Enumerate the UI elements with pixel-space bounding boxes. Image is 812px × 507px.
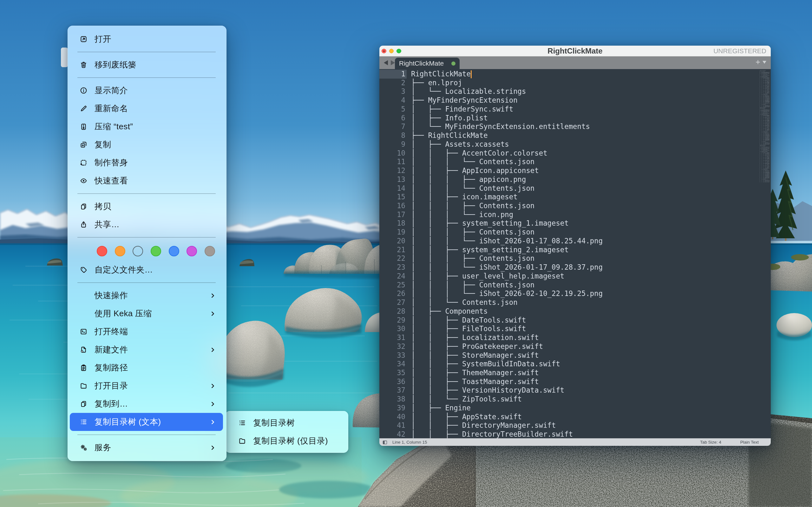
menu-item-label: 自定义文件夹…	[95, 264, 153, 275]
line-number: 40	[379, 412, 405, 421]
code-line: │ │ ├── system_setting_2.imageset	[411, 245, 603, 255]
line-number: 21	[379, 245, 405, 255]
tag-icon	[79, 266, 88, 274]
tag-color-none[interactable]	[133, 246, 143, 257]
menu-separator	[78, 77, 216, 78]
code-line: │ ├── Engine	[411, 404, 603, 412]
tree-icon	[238, 419, 246, 427]
copyto-icon	[79, 400, 88, 408]
menu-item-quicklook[interactable]: 快速查看	[67, 172, 226, 190]
menu-item-label: 复制到…	[95, 398, 128, 409]
line-number: 17	[379, 210, 405, 219]
tag-color-orange[interactable]	[115, 246, 125, 257]
code-line: │ │ │ └── Contents.json	[411, 184, 603, 193]
compress-icon	[79, 123, 88, 131]
line-number: 38	[379, 395, 405, 404]
code-line: ├── en.lproj	[411, 78, 603, 88]
code-line: │ ├── Info.plist	[411, 114, 603, 123]
code-line: │ │ ├── FileTools.swift	[411, 325, 603, 333]
code-line: │ │ ├── VersionHistoryData.swift	[411, 386, 603, 395]
menu-item-label: 快速查看	[95, 175, 128, 186]
tab-size[interactable]: Tab Size: 4	[700, 439, 721, 446]
line-number: 8	[379, 131, 405, 140]
code-line: │ │ ├── ProGatekeeper.swift	[411, 342, 603, 351]
window-titlebar: RightClickMate UNREGISTERED	[379, 46, 771, 56]
menu-item-tag[interactable]: 自定义文件夹…	[67, 261, 226, 279]
code-line: │ │ └── ZipTools.swift	[411, 395, 603, 404]
code-line: │ │ ├── StoreManager.swift	[411, 351, 603, 360]
line-number: 4	[379, 96, 405, 105]
line-number: 41	[379, 421, 405, 430]
menu-item-plain-17[interactable]: 快速操作	[67, 286, 226, 304]
sidebar-toggle-icon[interactable]	[382, 440, 388, 445]
window-title: RightClickMate	[379, 46, 771, 56]
menu-separator	[78, 52, 216, 52]
menu-item-plain-18[interactable]: 使用 Keka 压缩	[67, 304, 226, 323]
line-number: 18	[379, 219, 405, 228]
line-number: 36	[379, 377, 405, 386]
cursor-position[interactable]: Line 1, Column 15	[392, 439, 427, 446]
menu-item-openfolder[interactable]: 打开目录	[67, 377, 226, 395]
info-icon	[79, 87, 88, 95]
menu-separator	[78, 193, 216, 194]
menu-item-label: 打开目录	[95, 380, 128, 391]
menu-separator	[78, 237, 216, 238]
tag-color-red[interactable]	[97, 246, 107, 257]
text-caret	[471, 70, 472, 78]
code-line: │ │ │ ├── Contents.json	[411, 281, 603, 290]
line-number: 1	[379, 70, 405, 78]
submenu-item-0[interactable]: 复制目录树	[225, 414, 348, 432]
line-number: 13	[379, 175, 405, 184]
tab-modified-dot-icon	[451, 61, 455, 66]
line-number: 22	[379, 254, 405, 263]
tab-rightclickmate[interactable]: RightClickMate	[395, 58, 460, 69]
submenu-item-1[interactable]: 复制目录树 (仅目录)	[225, 432, 348, 450]
menu-item-trash[interactable]: 移到废纸篓	[67, 56, 226, 74]
menu-item-newfile[interactable]: 新建文件	[67, 341, 226, 359]
menu-item-rename[interactable]: 重新命名	[67, 100, 226, 118]
tab-overflow-button[interactable]	[763, 61, 766, 64]
minimap[interactable]: RightClickMate ├── en.lproj │ └── Locali…	[760, 70, 769, 182]
code-line: │ │ │ └── iShot_2026-01-17_08.25.44.png	[411, 237, 603, 245]
menu-item-tree[interactable]: 复制目录树 (文本)	[67, 413, 226, 431]
tag-color-green[interactable]	[151, 246, 161, 257]
line-numbers: 1234567891011121314151617181920212223242…	[379, 70, 405, 438]
menu-item-copypath[interactable]: 复制路径	[67, 359, 226, 377]
tab-nav-forward-icon[interactable]	[391, 60, 395, 65]
menu-item-copy[interactable]: 拷贝	[67, 198, 226, 216]
line-number: 25	[379, 281, 405, 290]
menu-item-copyto[interactable]: 复制到…	[67, 395, 226, 413]
code-line: ├── RightClickMate	[411, 131, 603, 140]
line-number: 32	[379, 342, 405, 351]
menu-item-terminal[interactable]: 打开终端	[67, 323, 226, 341]
code-line: │ │ │ ├── Contents.json	[411, 254, 603, 263]
menu-item-share[interactable]: 共享…	[67, 216, 226, 233]
tag-color-gray[interactable]	[205, 246, 215, 257]
new-tab-button[interactable]	[755, 59, 761, 65]
line-number: 23	[379, 263, 405, 272]
tag-color-purple[interactable]	[187, 246, 197, 257]
code-line: │ │ └── Contents.json	[411, 298, 603, 307]
menu-item-compress[interactable]: 压缩 “test”	[67, 118, 226, 135]
menu-item-info[interactable]: 显示简介	[67, 81, 226, 100]
menu-item-alias[interactable]: 制作替身	[67, 154, 226, 172]
line-number: 9	[379, 140, 405, 149]
code-line: │ ├── Assets.xcassets	[411, 140, 603, 149]
chevron-right-icon	[210, 400, 216, 408]
syntax-mode[interactable]: Plain Text	[740, 439, 759, 446]
menu-item-label: 复制	[95, 139, 111, 150]
menu-item-open[interactable]: 打开	[67, 30, 226, 48]
editor-pane[interactable]: 1234567891011121314151617181920212223242…	[379, 69, 771, 438]
line-number: 10	[379, 149, 405, 158]
menu-item-duplicate[interactable]: 复制	[67, 135, 226, 154]
tag-color-blue[interactable]	[169, 246, 179, 257]
submenu-item-label: 复制目录树 (仅目录)	[253, 435, 328, 447]
line-number: 12	[379, 166, 405, 175]
icon-placeholder	[79, 291, 88, 300]
code-text: RightClickMate├── en.lproj│ └── Localiza…	[411, 70, 603, 438]
line-number: 29	[379, 316, 405, 325]
open-icon	[79, 35, 88, 43]
menu-item-services[interactable]: 服务	[67, 439, 226, 457]
quicklook-icon	[79, 177, 88, 185]
tab-nav-back-icon[interactable]	[384, 60, 388, 65]
